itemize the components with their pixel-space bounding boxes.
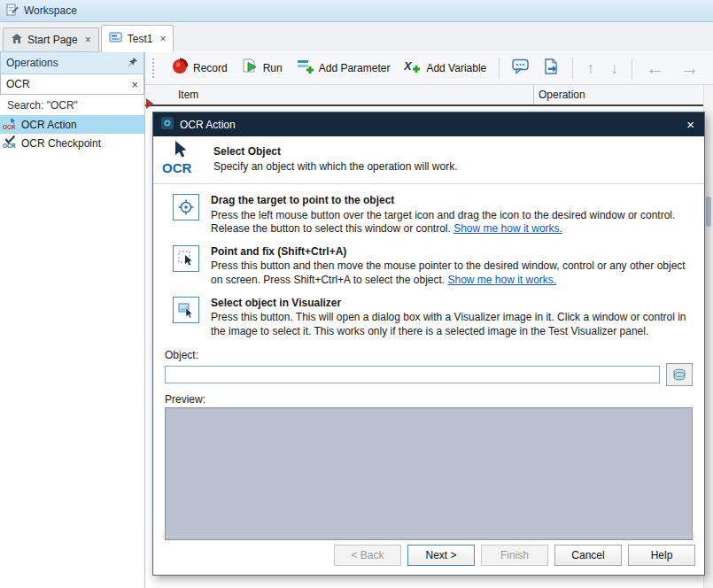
add-variable-button[interactable]: X Add Variable <box>399 56 492 80</box>
search-value: OCR <box>6 78 131 90</box>
browse-object-button[interactable] <box>666 363 693 386</box>
option-title: Point and fix (Shift+Ctrl+A) <box>211 245 690 259</box>
dialog-title: OCR Action <box>180 119 678 131</box>
finish-button[interactable]: Finish <box>481 545 548 566</box>
operations-search-input[interactable]: OCR × <box>0 74 144 95</box>
keyword-test-icon <box>109 31 123 46</box>
record-icon <box>171 58 189 78</box>
add-variable-icon: X <box>404 58 422 77</box>
workspace-title: Workspace <box>24 4 77 17</box>
ocr-action-dialog: OCR Action × OCR Select Object Specify a… <box>152 112 705 576</box>
tab-label: Start Page <box>27 34 78 46</box>
application-window: Workspace Start Page × Test1 × Operation… <box>0 0 713 588</box>
tab-close-icon[interactable]: × <box>85 35 91 45</box>
preview-area <box>165 407 693 540</box>
comment-icon <box>512 58 530 77</box>
option-title: Drag the target to point to the object <box>211 194 690 208</box>
ocr-dialog-icon <box>161 117 174 132</box>
drag-target-button[interactable] <box>173 194 199 220</box>
sidebar-item-label: OCR Checkpoint <box>21 137 101 150</box>
record-button[interactable]: Record <box>166 55 233 81</box>
sidebar-item-ocr-action[interactable]: OCR OCR Action <box>0 115 144 134</box>
column-header-operation[interactable]: Operation <box>534 85 704 104</box>
home-icon <box>11 33 23 47</box>
dialog-close-icon[interactable]: × <box>685 118 696 131</box>
tab-test1[interactable]: Test1 × <box>101 25 174 52</box>
run-icon <box>242 58 259 77</box>
record-label: Record <box>193 62 228 74</box>
toolbar-separator <box>572 58 573 79</box>
ocr-checkpoint-icon: OCR <box>3 135 17 151</box>
svg-text:OCR: OCR <box>3 143 16 149</box>
object-section: Object: <box>153 347 704 386</box>
svg-text:OCR: OCR <box>162 160 192 174</box>
cancel-button[interactable]: Cancel <box>554 545 622 566</box>
search-clear-icon[interactable]: × <box>131 79 138 90</box>
option-title: Select object in Visualizer <box>211 297 690 311</box>
navigate-back-button[interactable]: ← <box>639 58 670 77</box>
toolbar-separator <box>632 58 632 79</box>
next-button[interactable]: Next > <box>407 545 475 566</box>
workspace-panel-header: Workspace <box>0 0 713 22</box>
back-button[interactable]: < Back <box>334 545 401 566</box>
visualizer-button[interactable] <box>173 297 199 323</box>
export-doc-icon <box>544 58 560 77</box>
workspace-icon <box>6 4 19 19</box>
test-grid-header: Item Operation <box>145 85 704 106</box>
add-parameter-label: Add Parameter <box>319 62 391 74</box>
object-input[interactable] <box>165 366 660 383</box>
comment-button[interactable] <box>507 56 535 80</box>
option-drag-target: Drag the target to point to the object P… <box>173 194 690 236</box>
add-parameter-icon <box>297 58 314 77</box>
option-description: Press this button and then move the mous… <box>211 259 690 287</box>
select-object-options: Drag the target to point to the object P… <box>153 184 704 338</box>
column-header-item[interactable]: Item <box>145 85 534 104</box>
option-select-in-visualizer: Select object in Visualizer Press this b… <box>173 297 690 339</box>
option-description: Press this button. This will open a dial… <box>211 311 690 338</box>
help-button[interactable]: Help <box>628 545 695 566</box>
add-parameter-button[interactable]: Add Parameter <box>291 56 396 80</box>
drag-target-icon <box>178 199 194 215</box>
dialog-footer: < Back Next > Finish Cancel Help <box>162 536 695 566</box>
sidebar-item-ocr-checkpoint[interactable]: OCR OCR Checkpoint <box>0 134 144 152</box>
pin-icon[interactable] <box>128 57 138 70</box>
point-fix-button[interactable] <box>173 245 199 272</box>
search-result-label: Search: "OCR" <box>0 95 144 115</box>
operations-panel-title: Operations <box>6 57 128 69</box>
run-label: Run <box>263 62 283 74</box>
tab-start-page[interactable]: Start Page × <box>3 27 99 51</box>
dialog-titlebar[interactable]: OCR Action × <box>153 112 704 136</box>
option-point-and-fix: Point and fix (Shift+Ctrl+A) Press this … <box>173 245 690 288</box>
navigate-forward-button[interactable]: → <box>674 58 705 77</box>
object-label: Object: <box>165 349 693 361</box>
svg-text:X: X <box>404 59 413 73</box>
operations-sidebar: Operations OCR × Search: "OCR" OCR OCR A… <box>0 51 145 588</box>
move-up-button[interactable]: ↑ <box>580 60 601 76</box>
tab-label: Test1 <box>128 33 153 45</box>
dialog-subheading: Specify an object with which the operati… <box>213 160 457 173</box>
test-editor-toolbar: Record Run Add Parameter X Add Variable <box>145 51 713 85</box>
toolbar-gripper[interactable] <box>152 58 157 78</box>
move-down-button[interactable]: ↓ <box>604 60 624 76</box>
tab-close-icon[interactable]: × <box>159 34 166 44</box>
browse-object-icon <box>672 368 686 381</box>
point-fix-icon <box>178 251 194 267</box>
visualizer-icon <box>178 302 194 318</box>
export-doc-button[interactable] <box>539 56 565 80</box>
ocr-logo: OCR <box>162 141 201 177</box>
preview-label: Preview: <box>153 386 704 407</box>
current-row-marker-icon <box>146 98 153 109</box>
show-me-how-link[interactable]: Show me how it works. <box>453 222 562 235</box>
document-tab-bar: Start Page × Test1 × <box>0 22 713 52</box>
sidebar-item-label: OCR Action <box>21 119 77 131</box>
toolbar-separator <box>499 58 500 79</box>
dialog-header: OCR Select Object Specify an object with… <box>153 136 704 184</box>
option-description: Press the left mouse button over the tar… <box>211 209 690 236</box>
add-variable-label: Add Variable <box>426 62 486 74</box>
show-me-how-link[interactable]: Show me how it works. <box>447 274 556 286</box>
run-button[interactable]: Run <box>236 56 288 80</box>
operations-panel-header: Operations <box>0 51 144 74</box>
scrollbar-thumb[interactable] <box>706 197 711 227</box>
dialog-heading: Select Object <box>213 145 457 158</box>
ocr-action-icon: OCR <box>3 116 17 133</box>
